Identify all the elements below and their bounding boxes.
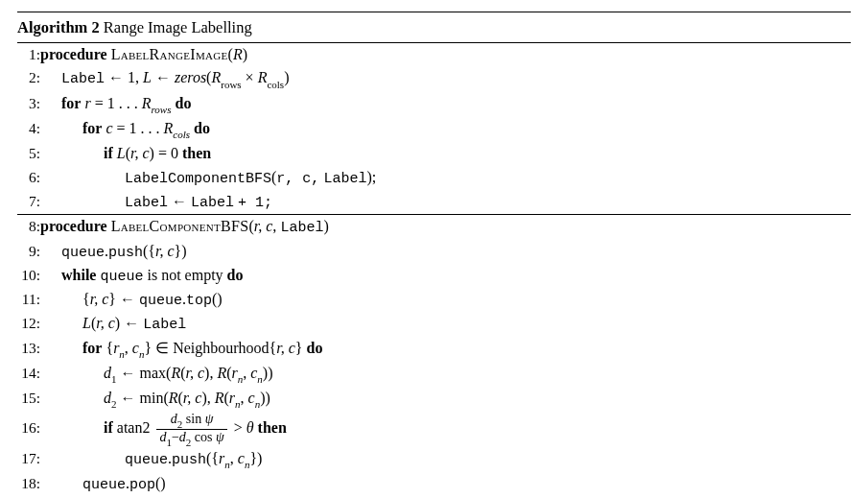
code-line: 8: procedure LabelComponentBFS(r, c, Lab… [17,215,851,239]
algo-title: Range Image Labelling [104,18,252,36]
code-line: 1: procedure LabelRangeImage(R) [17,43,851,67]
code-line: 14: d1 ← max(R(r, c), R(rn, cn)) [17,362,851,387]
code-line: 10: while queue is not empty do [17,264,851,288]
code-line: 16: if atan2 d2 sin ψ d1−d2 cos ψ > θ th… [17,412,851,447]
code-line: 3: for r = 1 . . . Rrows do [17,92,851,117]
code-line: 7: Label ← Label + 1; [17,190,851,214]
code-line: 6: LabelComponentBFS(r, c, Label); [17,166,851,190]
code: procedure LabelRangeImage(R) [40,43,851,67]
fraction: d2 sin ψ d1−d2 cos ψ [156,412,226,447]
code-line: 5: if L(r, c) = 0 then [17,142,851,166]
code-line: 11: {r, c} ← queue.top() [17,288,851,312]
code-line: 12: L(r, c) ← Label [17,312,851,336]
algo-word: Algorithm [17,18,87,36]
proc-name: LabelRangeImage [111,46,228,62]
algo-number: 2 [91,18,99,36]
code-line: 4: for c = 1 . . . Rcols do [17,117,851,142]
code-line: 18: queue.pop() [17,472,851,496]
line-number: 1: [17,43,40,67]
algorithm-body: 1: procedure LabelRangeImage(R) 2: Label… [17,43,851,498]
proc-name: LabelComponentBFS [111,218,249,234]
code-line: 2: Label ← 1, L ← zeros(Rrows × Rcols) [17,66,851,91]
code-line: 13: for {rn, cn} ∈ Neighbourhood{r, c} d… [17,337,851,362]
code-line: 9: queue.push({r, c}) [17,240,851,264]
code-line: 15: d2 ← min(R(r, c), R(rn, cn)) [17,387,851,412]
algorithm-header: Algorithm 2 Range Image Labelling [17,12,851,43]
algorithm-table: 1: procedure LabelRangeImage(R) 2: Label… [17,43,851,497]
code-line: 17: queue.push({rn, cn}) [17,447,851,472]
